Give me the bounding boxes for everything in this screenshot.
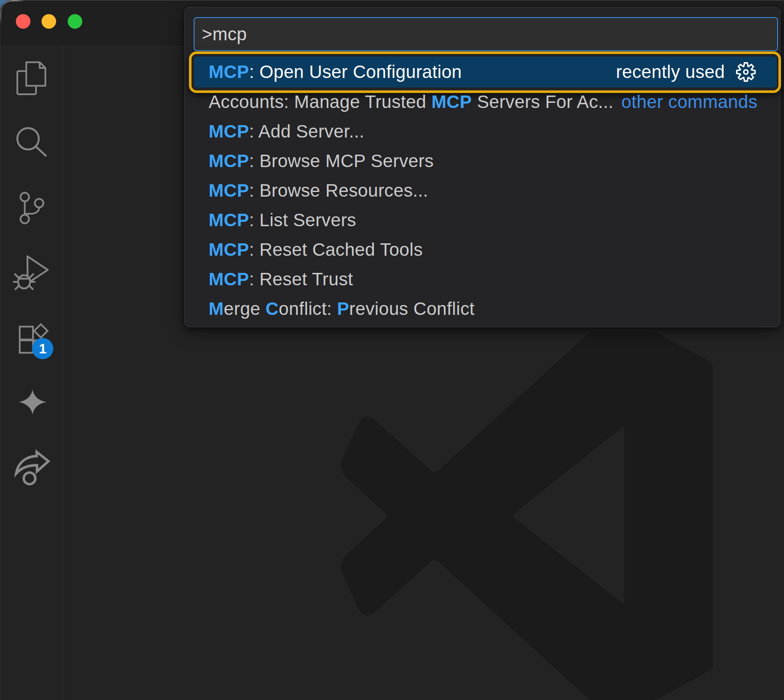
svg-text:1: 1 — [39, 341, 47, 356]
